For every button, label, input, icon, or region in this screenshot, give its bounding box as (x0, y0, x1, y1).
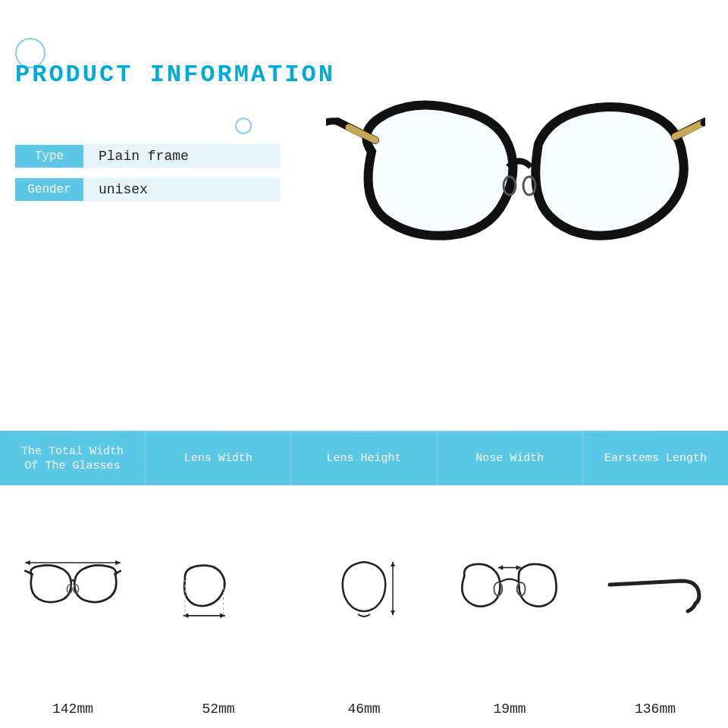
total-width-icon (24, 497, 122, 688)
spec-header-lens-height: Lens Height (291, 432, 437, 485)
spec-header-nose-width: Nose Width (438, 432, 583, 485)
svg-marker-20 (391, 610, 395, 615)
info-value-gender: unisex (83, 177, 281, 202)
spec-header-earstems: Earstems Length (583, 432, 728, 485)
spec-cell-lens-width: 52mm (146, 485, 291, 728)
spec-cell-nose-width: 19mm (437, 485, 582, 728)
svg-marker-14 (184, 613, 189, 619)
earstems-icon (606, 497, 704, 688)
info-value-type: Plain frame (83, 144, 281, 168)
nose-width-value: 19mm (493, 701, 526, 717)
lens-height-icon (326, 497, 402, 688)
specs-body: 142mm 52mm (0, 485, 728, 728)
earstems-value: 136mm (635, 701, 676, 717)
svg-marker-12 (115, 560, 121, 566)
product-info-table: Type Plain frame Gender unisex (15, 144, 281, 211)
svg-marker-19 (391, 562, 395, 566)
info-label-gender: Gender (15, 178, 83, 201)
lens-width-value: 52mm (202, 701, 234, 717)
bottom-section: The Total Width Of The Glasses Lens Widt… (0, 432, 728, 728)
spec-header-lens-width: Lens Width (146, 432, 291, 485)
lens-width-icon (177, 497, 260, 688)
info-row-gender: Gender unisex (15, 177, 281, 202)
product-info-title: PRODUCT INFORMATION (15, 61, 335, 89)
spec-cell-lens-height: 46mm (291, 485, 437, 728)
svg-marker-24 (498, 565, 504, 570)
svg-line-3 (675, 123, 704, 136)
total-width-value: 142mm (52, 701, 93, 717)
glasses-svg (326, 30, 705, 372)
lens-height-value: 46mm (347, 701, 380, 717)
spec-cell-earstems: 136mm (582, 485, 728, 728)
spec-cell-total-width: 142mm (0, 485, 146, 728)
spec-header-total-width: The Total Width Of The Glasses (0, 432, 146, 485)
svg-marker-11 (25, 560, 30, 566)
nose-width-icon (460, 497, 559, 688)
svg-marker-15 (220, 613, 225, 619)
info-label-type: Type (15, 145, 83, 168)
info-row-type: Type Plain frame (15, 144, 281, 168)
circle-small-decoration (235, 118, 252, 134)
top-section: PRODUCT INFORMATION Type Plain frame Gen… (0, 0, 728, 432)
specs-header-bar: The Total Width Of The Glasses Lens Widt… (0, 432, 728, 485)
glasses-image (326, 30, 705, 372)
